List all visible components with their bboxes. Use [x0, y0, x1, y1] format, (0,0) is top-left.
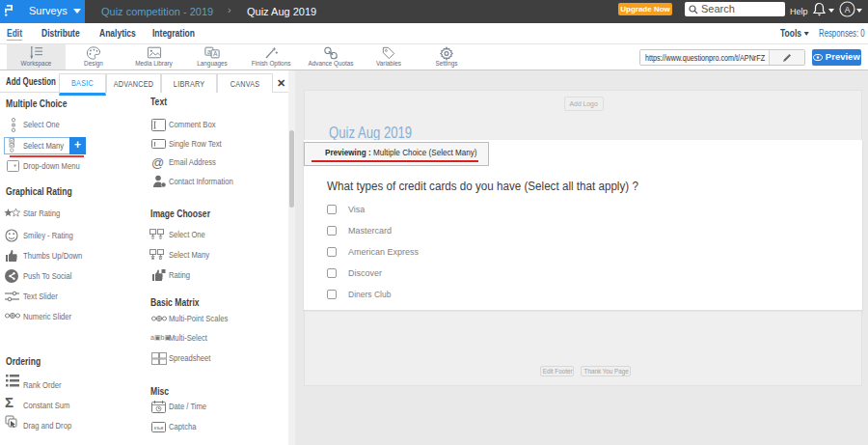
svg-text:A: A: [213, 51, 218, 58]
svg-text:къв: къв: [154, 424, 164, 430]
svg-text:a: a: [207, 48, 211, 55]
svg-text:A: A: [845, 5, 851, 14]
